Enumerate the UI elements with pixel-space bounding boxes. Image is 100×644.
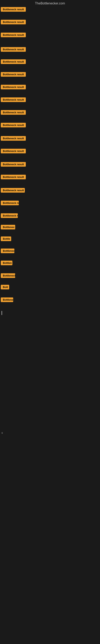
badge-row-12: Bottleneck result [1, 162, 26, 168]
bottleneck-badge: Bottlene [1, 298, 13, 302]
badge-row-8: Bottleneck result [1, 110, 26, 116]
bottleneck-badge: Bottleneck result [1, 32, 26, 37]
bottleneck-badge: Bottleneck result [1, 85, 26, 89]
bottleneck-badge: Bottleneck result [1, 59, 26, 64]
badge-row-3: Bottleneck result [1, 47, 26, 52]
badge-row-1: Bottleneck result [1, 20, 26, 25]
bottleneck-badge: Bottleneck result [1, 188, 25, 192]
badge-row-21: Bottleneck [1, 273, 15, 279]
bottleneck-badge: Bottlenec [1, 225, 15, 230]
site-header: TheBottlenecker.com [0, 0, 100, 7]
badge-row-7: Bottleneck result [1, 98, 26, 103]
bottleneck-badge: Bottlen [1, 260, 12, 265]
badge-row-11: Bottleneck result [1, 149, 26, 154]
badge-row-20: Bottlen [1, 260, 12, 266]
bottleneck-badge: Bottleneck result [1, 20, 26, 24]
badge-row-0: Bottleneck result [1, 7, 26, 12]
bottleneck-badge: Bottleneck result [1, 136, 26, 141]
text-cursor [1, 311, 2, 315]
site-title: TheBottlenecker.com [0, 0, 100, 7]
bottleneck-badge: Bottleneck result [1, 47, 26, 52]
bottleneck-badge: Bott [1, 285, 9, 290]
badge-row-4: Bottleneck result [1, 59, 26, 65]
bottleneck-badge: Bottleneck result [1, 110, 26, 115]
badge-row-22: Bott [1, 285, 9, 290]
badge-row-10: Bottleneck result [1, 136, 26, 142]
bottleneck-badge: Bottleneck result [1, 175, 26, 179]
bottleneck-badge: Bottleneck re [1, 213, 18, 218]
badge-row-19: Bottlenec [1, 248, 14, 254]
small-char: c [1, 431, 3, 435]
badge-row-9: Bottleneck result [1, 123, 26, 128]
bottleneck-badge: Bottleneck result [1, 201, 19, 205]
bottleneck-badge: Bottle [1, 236, 11, 241]
badge-row-6: Bottleneck result [1, 85, 26, 90]
badge-row-2: Bottleneck result [1, 32, 26, 38]
bottleneck-badge: Bottleneck result [1, 72, 26, 77]
badge-row-15: Bottleneck result [1, 201, 19, 206]
bottleneck-badge: Bottleneck [1, 273, 15, 278]
bottleneck-badge: Bottleneck result [1, 123, 26, 128]
bottleneck-badge: Bottleneck result [1, 149, 26, 153]
badge-row-16: Bottleneck re [1, 213, 18, 219]
badge-row-5: Bottleneck result [1, 72, 26, 78]
badge-row-17: Bottlenec [1, 225, 15, 230]
bottleneck-badge: Bottleneck result [1, 162, 26, 167]
badge-row-13: Bottleneck result [1, 175, 26, 180]
badge-row-23: Bottlene [1, 298, 13, 303]
bottleneck-badge: Bottleneck result [1, 98, 26, 102]
bottleneck-badge: Bottleneck result [1, 7, 26, 12]
badge-row-14: Bottleneck result [1, 188, 25, 194]
badge-row-18: Bottle [1, 236, 11, 242]
bottleneck-badge: Bottlenec [1, 248, 14, 253]
